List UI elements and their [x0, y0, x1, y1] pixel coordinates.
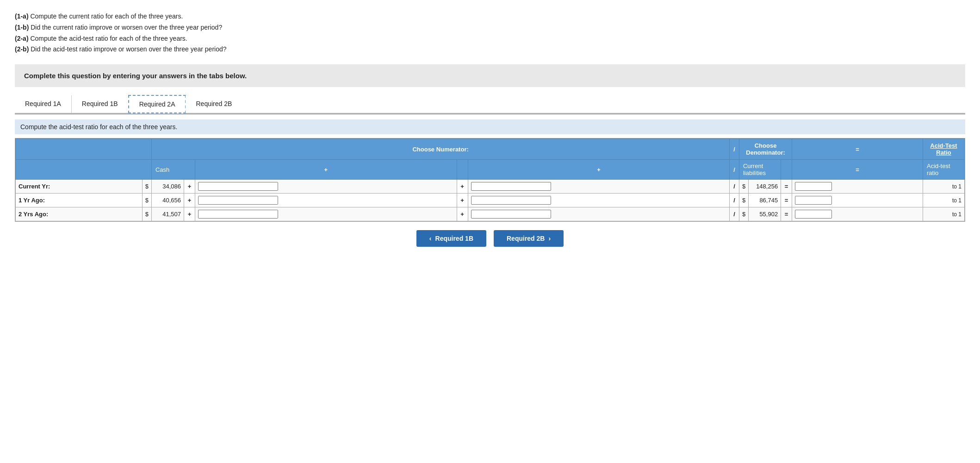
table-row: 2 Yrs Ago: $ 41,507 + + / $ 55,902 = to … — [16, 207, 965, 221]
row-label: 2 Yrs Ago: — [16, 207, 143, 221]
table-row: Current Yr: $ 34,086 + + / $ 148,256 = t… — [16, 180, 965, 194]
subheader-equals: = — [792, 160, 923, 180]
equals: = — [781, 180, 792, 194]
to1: to 1 — [923, 180, 965, 194]
instruction-1a-label: (1-a) — [15, 13, 29, 20]
subheader-value2 — [781, 160, 792, 180]
to1: to 1 — [923, 194, 965, 207]
instruction-2a-label: (2-a) — [15, 35, 29, 42]
input2[interactable] — [471, 182, 551, 191]
tabs-container: Required 1A Required 1B Required 2A Requ… — [15, 95, 965, 113]
ratio-input-cell[interactable] — [792, 194, 923, 207]
subheader-ratio-label: Acid-test ratio — [923, 160, 965, 180]
dollar1: $ — [142, 194, 151, 207]
header-denominator: Choose Denominator: — [739, 139, 792, 160]
value1: 34,086 — [151, 180, 184, 194]
input2-cell[interactable] — [468, 207, 730, 221]
instruction-1b-text: Did the current ratio improve or worsen … — [29, 24, 222, 31]
next-button[interactable]: Required 2B › — [494, 230, 564, 247]
complete-box: Complete this question by entering your … — [15, 64, 965, 87]
tab-required-2a[interactable]: Required 2A — [128, 95, 186, 113]
plus2: + — [457, 194, 468, 207]
header-slash: / — [730, 139, 739, 160]
input2[interactable] — [471, 210, 551, 219]
subheader-input1 — [457, 160, 468, 180]
plus1: + — [184, 194, 195, 207]
header-numerator: Choose Numerator: — [151, 139, 729, 160]
row-label: 1 Yr Ago: — [16, 194, 143, 207]
plus2: + — [457, 207, 468, 221]
dollar2: $ — [739, 180, 748, 194]
instruction-1a-text: Compute the current ratio for each of th… — [29, 13, 183, 20]
value2: 148,256 — [749, 180, 781, 194]
instruction-2a-text: Compute the acid-test ratio for each of … — [29, 35, 187, 42]
tab-description: Compute the acid-test ratio for each of … — [15, 119, 965, 134]
dollar1: $ — [142, 207, 151, 221]
header-ratio: Acid-Test Ratio — [923, 139, 965, 160]
ratio-input-cell[interactable] — [792, 180, 923, 194]
slash: / — [730, 207, 739, 221]
equals: = — [781, 207, 792, 221]
to1: to 1 — [923, 207, 965, 221]
tab-required-1a[interactable]: Required 1A — [15, 95, 72, 113]
plus1: + — [184, 180, 195, 194]
subheader-denom: Current liabilities — [739, 160, 781, 180]
value2: 55,902 — [749, 207, 781, 221]
plus2: + — [457, 180, 468, 194]
complete-box-text: Complete this question by entering your … — [24, 72, 247, 80]
input1[interactable] — [198, 210, 278, 219]
prev-label: Required 1B — [435, 235, 473, 242]
instruction-2b-text: Did the acid-test ratio improve or worse… — [29, 45, 226, 53]
equals: = — [781, 194, 792, 207]
input1[interactable] — [198, 196, 278, 205]
slash: / — [730, 180, 739, 194]
ratio-input[interactable] — [795, 182, 832, 191]
header-equals: = — [792, 139, 923, 160]
instruction-2b-label: (2-b) — [15, 45, 29, 53]
input2-cell[interactable] — [468, 194, 730, 207]
input1[interactable] — [198, 182, 278, 191]
instruction-1b-label: (1-b) — [15, 24, 29, 31]
row-label: Current Yr: — [16, 180, 143, 194]
input2-cell[interactable] — [468, 180, 730, 194]
tab-required-2b[interactable]: Required 2B — [186, 95, 242, 113]
value1: 41,507 — [151, 207, 184, 221]
subheader-slash: / — [730, 160, 739, 180]
ratio-input[interactable] — [795, 196, 832, 205]
next-arrow-icon: › — [548, 235, 551, 242]
subheader-cash: Cash — [151, 160, 195, 180]
value2: 86,745 — [749, 194, 781, 207]
input1-cell[interactable] — [195, 180, 457, 194]
header-empty — [16, 139, 152, 160]
next-label: Required 2B — [507, 235, 545, 242]
value1: 40,656 — [151, 194, 184, 207]
prev-button[interactable]: ‹ Required 1B — [416, 230, 486, 247]
prev-arrow-icon: ‹ — [429, 235, 432, 242]
slash: / — [730, 194, 739, 207]
ratio-input-cell[interactable] — [792, 207, 923, 221]
plus1: + — [184, 207, 195, 221]
dollar2: $ — [739, 194, 748, 207]
ratio-input[interactable] — [795, 210, 832, 219]
table-row: 1 Yr Ago: $ 40,656 + + / $ 86,745 = to 1 — [16, 194, 965, 207]
subheader-plus2: + — [468, 160, 730, 180]
acid-test-table: Choose Numerator: / Choose Denominator: … — [15, 138, 965, 221]
input1-cell[interactable] — [195, 194, 457, 207]
subheader-plus1: + — [195, 160, 457, 180]
instructions-section: (1-a) Compute the current ratio for each… — [15, 11, 965, 55]
input2[interactable] — [471, 196, 551, 205]
subheader-empty — [16, 160, 152, 180]
tab-required-1b[interactable]: Required 1B — [72, 95, 129, 113]
dollar1: $ — [142, 180, 151, 194]
tab-content: Compute the acid-test ratio for each of … — [15, 114, 965, 254]
dollar2: $ — [739, 207, 748, 221]
nav-buttons: ‹ Required 1B Required 2B › — [15, 230, 965, 247]
input1-cell[interactable] — [195, 207, 457, 221]
acid-test-table-wrapper: Choose Numerator: / Choose Denominator: … — [15, 138, 965, 222]
